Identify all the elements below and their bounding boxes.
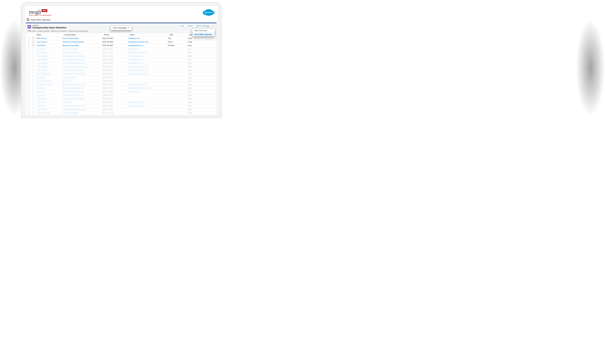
row-checkbox[interactable]: [31, 69, 36, 72]
table-row[interactable]: 7Andria WilliamsAccount Williams Adminis…: [26, 58, 216, 62]
row-checkbox[interactable]: [31, 90, 36, 93]
cell-account[interactable]: Ray Jr Administrative Account: [62, 104, 101, 108]
cell-email[interactable]: brad@marshadministrative.com: [127, 86, 167, 90]
cell-email[interactable]: ali@oconnor.com: [127, 47, 167, 51]
cell-account[interactable]: Sharp Administrative Account: [62, 93, 101, 97]
cell-account[interactable]: Holdt Administrative Account: [62, 115, 101, 116]
cell-account[interactable]: Marsh Administrative Account: [62, 86, 101, 90]
row-checkbox[interactable]: [31, 65, 36, 69]
add-to-campaign-button[interactable]: Add to Campaign: [194, 24, 212, 27]
table-row[interactable]: 10Barbara SmithAccount Smith Administrat…: [26, 69, 216, 72]
cell-email[interactable]: [127, 111, 167, 115]
row-checkbox[interactable]: [31, 108, 36, 111]
cell-name[interactable]: Carol Sharp: [36, 93, 62, 97]
row-checkbox[interactable]: [31, 51, 36, 54]
cell-email[interactable]: amy@alexanderadmin.com: [127, 51, 167, 54]
row-checkbox[interactable]: [31, 86, 36, 90]
col-phone[interactable]: ⌄Phone: [101, 33, 127, 37]
row-checkbox[interactable]: [31, 72, 36, 76]
row-checkbox[interactable]: [31, 44, 36, 47]
cell-name[interactable]: Ben's Grandma Karen: [36, 79, 62, 83]
cell-account[interactable]: Account Anonymous: [62, 76, 101, 79]
col-title[interactable]: ⌄Title: [167, 33, 187, 37]
cell-account[interactable]: Dorshorst Administrative Account: [62, 108, 101, 111]
new-button[interactable]: New: [179, 24, 186, 27]
cell-email[interactable]: andria@williams.com: [127, 58, 167, 62]
table-row[interactable]: 11Becca GooglevoiceAccount Blatchley Adm…: [26, 72, 216, 76]
cell-account[interactable]: Connors Global Media: [62, 37, 101, 40]
cell-account[interactable]: Lesgrande Household: [62, 111, 101, 115]
cell-email[interactable]: BGooglevoice@blatchley.com: [127, 72, 167, 76]
cell-name[interactable]: Becca Mogli: [36, 76, 62, 79]
import-button[interactable]: Import: [186, 24, 194, 27]
app-launcher-icon[interactable]: [27, 18, 29, 21]
cell-email[interactable]: barbsmith@smithadmin.com: [127, 69, 167, 72]
cell-account[interactable]: Blatchley Administrative Account: [62, 83, 101, 86]
cell-name[interactable]: Andrea Hitsman: [36, 54, 62, 58]
cell-account[interactable]: Thomas Administrative Account: [62, 97, 101, 101]
col-account[interactable]: ⌄Account Name: [62, 33, 101, 37]
cell-name[interactable]: Sam Mathis: [36, 44, 62, 47]
cell-name[interactable]: Cedric Ray Jr: [36, 104, 62, 108]
row-checkbox[interactable]: [31, 76, 36, 79]
tab-form-templates[interactable]: Form Templates: [111, 26, 132, 30]
list-view-title[interactable]: Championship Game Attendees: [32, 26, 67, 29]
cell-name[interactable]: Carol Thomas: [36, 97, 62, 101]
cell-name[interactable]: Chelea Holdt: [36, 115, 62, 116]
cell-email[interactable]: testphone@blatchley.com: [127, 83, 167, 86]
cell-name[interactable]: Chad Dorshorst: [36, 108, 62, 111]
cell-name[interactable]: BlackOffice Testphone: [36, 83, 62, 86]
cell-email[interactable]: angel@stallings.com: [127, 62, 167, 65]
col-name[interactable]: Name: [36, 33, 62, 37]
row-checkbox[interactable]: [31, 62, 36, 65]
cell-name[interactable]: Angel Stallings: [36, 62, 62, 65]
cell-name[interactable]: Carole White: [36, 101, 62, 104]
cell-name[interactable]: Amy Alexander: [36, 51, 62, 54]
row-checkbox[interactable]: [31, 115, 36, 116]
cell-email[interactable]: admin@oraco.com: [127, 90, 167, 93]
cell-email[interactable]: lucy@swansonacctserv.com: [127, 40, 167, 44]
cell-account[interactable]: Oraco Administrative Account: [62, 90, 101, 93]
table-row[interactable]: 14BlackOffice TestphoneBlatchley Adminis…: [26, 83, 216, 86]
cell-name[interactable]: Mark Connors: [36, 37, 62, 40]
cell-name[interactable]: Barbara Smith: [36, 69, 62, 72]
cell-account[interactable]: Alphabet Incorportated: [62, 44, 101, 47]
row-checkbox[interactable]: [31, 54, 36, 58]
cell-email[interactable]: info@salesforce.com: [127, 101, 167, 104]
cell-account[interactable]: Mogli SMS 2: [62, 79, 101, 83]
cell-email[interactable]: [127, 79, 167, 83]
table-row[interactable]: 16Bree OracoOraco Administrative Account…: [26, 90, 216, 93]
cell-account[interactable]: Account Williams Administrative: [62, 58, 101, 62]
row-checkbox[interactable]: [31, 40, 36, 44]
table-row[interactable]: 17Carol SharpSharp Administrative Accoun…: [26, 93, 216, 97]
row-checkbox[interactable]: [31, 104, 36, 108]
table-row[interactable]: 4Ali O'ConnorAccount Test contact(215) 1…: [26, 47, 216, 51]
cell-name[interactable]: Charlie Lesgrande: [36, 111, 62, 115]
cell-email[interactable]: [127, 97, 167, 101]
cell-account[interactable]: Account Smith Administrative: [62, 69, 101, 72]
row-checkbox[interactable]: [31, 47, 36, 51]
cell-email[interactable]: mark@cgm.com: [127, 37, 167, 40]
cell-email[interactable]: [127, 93, 167, 97]
more-actions-button[interactable]: [211, 24, 215, 27]
cell-name[interactable]: Angel Stallings: [36, 65, 62, 69]
cell-name[interactable]: Lucy Swanson: [36, 40, 62, 44]
cell-name[interactable]: Ali O'Connor: [36, 47, 62, 51]
table-row[interactable]: 22Charlie LesgrandeLesgrande Household(9…: [26, 111, 216, 115]
row-checkbox[interactable]: [31, 101, 36, 104]
table-row[interactable]: 3Sam MathisAlphabet Incorportated(970) 1…: [26, 44, 216, 47]
row-checkbox[interactable]: [31, 83, 36, 86]
row-checkbox[interactable]: [31, 79, 36, 83]
cell-account[interactable]: Account Blatchley Administrative: [62, 72, 101, 76]
cell-account[interactable]: Account Hitsman Administrative: [62, 54, 101, 58]
table-row[interactable]: 12Becca MogliAccount Anonymous(833) 555-…: [26, 76, 216, 79]
row-checkbox[interactable]: [31, 58, 36, 62]
table-row[interactable]: 13Ben's Grandma KarenMogli SMS 2(833) 12…: [26, 79, 216, 83]
table-row[interactable]: 23Chelea HoldtHoldt Administrative Accou…: [26, 115, 216, 116]
cell-name[interactable]: Andria Williams: [36, 58, 62, 62]
col-email[interactable]: ⌄Email: [127, 33, 167, 37]
table-row[interactable]: 21Chad DorshorstDorshorst Administrative…: [26, 108, 216, 111]
cell-name[interactable]: Becca Googlevoice: [36, 72, 62, 76]
table-row[interactable]: 6Andrea HitsmanAccount Hitsman Administr…: [26, 54, 216, 58]
table-row[interactable]: 15Brad MarshMarsh Administrative Account…: [26, 86, 216, 90]
